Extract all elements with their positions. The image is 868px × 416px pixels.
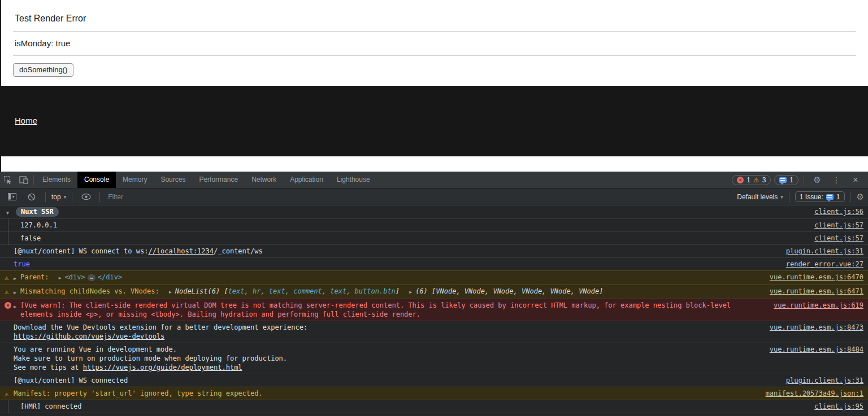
inspect-element-glyph: [3, 176, 12, 185]
source-link[interactable]: vue.runtime.esm.js:8473: [770, 323, 863, 332]
console-message: false: [20, 234, 806, 243]
error-message: [Vue warn]: The client-side rendered vir…: [20, 301, 766, 319]
devtools-tabbar: Elements Console Memory Sources Performa…: [0, 172, 868, 189]
message-text: See more tips at: [14, 364, 83, 371]
tab-network[interactable]: Network: [245, 172, 283, 188]
tab-application[interactable]: Application: [283, 172, 330, 188]
home-link[interactable]: Home: [15, 116, 37, 125]
source-link[interactable]: render_error.vue:27: [786, 260, 863, 269]
console-message: Nuxt SSR: [16, 207, 806, 217]
message-text: Make sure to turn on production mode whe…: [14, 354, 762, 363]
console-message: 127.0.0.1: [20, 221, 806, 230]
tab-sources[interactable]: Sources: [154, 172, 192, 188]
message-text: Download the Vue Devtools extension for …: [14, 323, 762, 332]
console-message: Mismatching childNodes vs. VNodes: ▶Node…: [20, 287, 762, 297]
toolbar-divider: [72, 192, 72, 202]
page-title: Test Render Error: [1, 0, 868, 24]
error-count: 1: [747, 176, 750, 184]
expand-icon[interactable]: ▶: [14, 274, 16, 283]
warning-message: Manifest: property 'start_url' ignored, …: [14, 389, 758, 398]
collapsed-content-ellipsis[interactable]: …: [88, 274, 96, 281]
console-log-row: [HMR] connected client.js:95: [0, 400, 868, 413]
html-open-tag: <div>: [65, 273, 85, 281]
divider: [13, 55, 856, 56]
tab-console[interactable]: Console: [77, 172, 116, 188]
expand-icon[interactable]: ▶: [169, 290, 172, 295]
source-link[interactable]: plugin.client.js:31: [786, 247, 863, 256]
tabbar-right-controls: × 1 ⚠ 3 1 ⚙ ⋮ ×: [732, 172, 868, 188]
vue-devtools-link[interactable]: https://github.com/vuejs/vue-devtools: [14, 332, 164, 340]
filter-input[interactable]: [106, 193, 733, 201]
issues-counter-count: 1: [836, 193, 840, 201]
warning-icon: ⚠: [5, 389, 8, 399]
warning-count: 3: [762, 176, 766, 184]
console-message: Download the Vue Devtools extension for …: [14, 323, 762, 341]
nodelist-items: text, hr, text, comment, text, button.bt…: [228, 287, 396, 295]
source-link[interactable]: vue.runtime.esm.js:8484: [770, 345, 863, 354]
console-sidebar-icon[interactable]: [4, 189, 20, 205]
deployment-guide-link[interactable]: https://vuejs.org/guide/deployment.html: [83, 364, 242, 371]
console-prompt[interactable]: >: [0, 413, 868, 416]
log-levels-label: Default levels: [737, 193, 778, 201]
error-count-icon: ×: [737, 177, 744, 183]
boolean-value: true: [14, 260, 778, 269]
console-warning-row: ⚠ Manifest: property 'start_url' ignored…: [0, 387, 868, 400]
source-link[interactable]: vue.runtime.esm.js:619: [774, 301, 863, 310]
tab-performance[interactable]: Performance: [192, 172, 245, 188]
warning-count-icon: ⚠: [753, 177, 760, 183]
device-toolbar-icon[interactable]: [16, 172, 32, 188]
issues-bubble-icon: [826, 194, 834, 200]
source-link[interactable]: client.js:57: [814, 221, 863, 230]
issues-badge[interactable]: 1: [774, 175, 798, 185]
tab-memory[interactable]: Memory: [116, 172, 154, 188]
source-link[interactable]: client.js:95: [814, 402, 863, 411]
page-gap: [1, 156, 868, 172]
console-settings-gear-icon[interactable]: ⚙: [857, 192, 864, 202]
warning-label: Parent:: [20, 273, 49, 281]
toolbar-divider: [33, 175, 34, 185]
message-text: You are running Vue in development mode.: [14, 345, 762, 354]
error-warning-badge[interactable]: × 1 ⚠ 3: [732, 175, 771, 185]
console-message: Parent: ▶<div>…</div>: [20, 273, 762, 283]
source-link[interactable]: vue.runtime.esm.js:6471: [770, 287, 863, 296]
source-link[interactable]: client.js:56: [814, 207, 863, 216]
live-expression-eye-icon[interactable]: [78, 189, 94, 205]
tab-lighthouse[interactable]: Lighthouse: [330, 172, 377, 188]
expand-icon[interactable]: ▶: [14, 303, 16, 312]
close-devtools-icon[interactable]: ×: [848, 172, 863, 188]
device-toolbar-glyph: [19, 176, 28, 184]
source-link[interactable]: plugin.client.js:31: [786, 376, 863, 385]
source-link[interactable]: manifest.20573a49.json:1: [766, 389, 863, 398]
issues-bubble-icon: [779, 177, 787, 183]
expand-icon[interactable]: ▶: [409, 290, 412, 295]
console-log-row: Download the Vue Devtools extension for …: [0, 321, 868, 343]
console-messages: ▼ Nuxt SSR client.js:56 127.0.0.1 client…: [0, 205, 868, 416]
source-link[interactable]: vue.runtime.esm.js:6470: [770, 273, 863, 282]
console-warning-row: ⚠ ▶ Mismatching childNodes vs. VNodes: ▶…: [0, 284, 868, 299]
more-options-kebab-icon[interactable]: ⋮: [828, 172, 844, 188]
expand-icon[interactable]: ▶: [14, 288, 16, 297]
group-label-badge: Nuxt SSR: [16, 207, 59, 217]
websocket-url-link[interactable]: //localhost:1234: [148, 247, 214, 255]
browser-viewport: Test Render Error isMonday: true doSomet…: [0, 0, 868, 172]
console-log-row: You are running Vue in development mode.…: [0, 343, 868, 374]
html-close-tag: </div>: [98, 273, 122, 281]
nodelist-preview-close: ]: [396, 287, 400, 295]
divider: [13, 31, 856, 32]
console-group-row: ▼ Nuxt SSR client.js:56: [0, 205, 868, 219]
settings-gear-icon[interactable]: ⚙: [809, 172, 825, 188]
tab-elements[interactable]: Elements: [36, 172, 77, 188]
expand-icon[interactable]: ▶: [59, 275, 62, 281]
log-levels-selector[interactable]: Default levels ▾: [737, 193, 783, 201]
toolbar-divider: [789, 192, 789, 202]
do-something-button[interactable]: doSomething(): [13, 63, 73, 77]
message-text: [@nuxt/content] WS connect to ws:: [14, 247, 148, 255]
source-link[interactable]: client.js:57: [814, 234, 863, 243]
warning-icon: ⚠: [5, 273, 8, 282]
inspect-element-icon[interactable]: [0, 172, 16, 188]
collapse-group-icon[interactable]: ▼: [6, 209, 9, 218]
issues-counter-button[interactable]: 1 Issue: 1: [795, 191, 845, 202]
context-selector[interactable]: top ▾: [51, 193, 66, 201]
clear-console-icon[interactable]: [24, 189, 40, 205]
console-message: [@nuxt/content] WS connect to ws://local…: [14, 247, 778, 256]
